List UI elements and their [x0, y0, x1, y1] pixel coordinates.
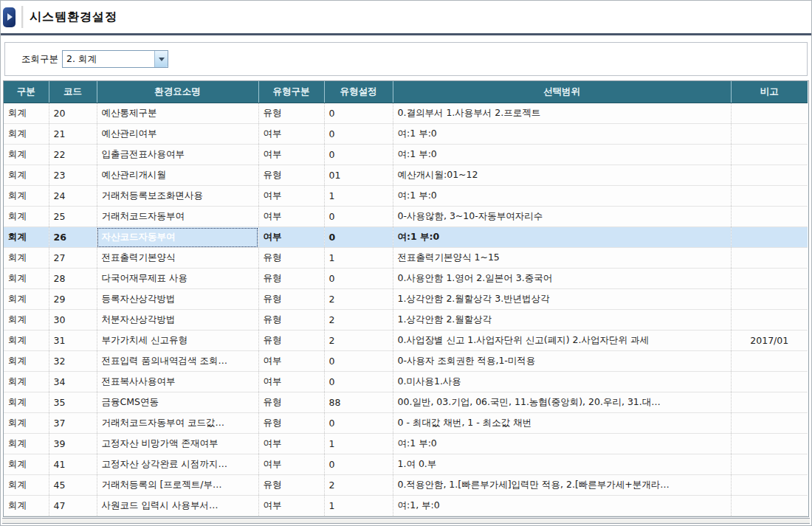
cell-type-setting[interactable]: 0 [324, 351, 393, 372]
cell-select-range[interactable]: 예산개시월:01~12 [393, 165, 731, 186]
table-row[interactable]: 회계29등록자산상각방법유형21.상각안함 2.월할상각 3.반년법상각 [4, 289, 808, 310]
cell-code[interactable]: 24 [49, 186, 97, 207]
cell-type-setting[interactable]: 0 [324, 207, 393, 227]
cell-env-name[interactable]: 예산통제구분 [97, 103, 258, 124]
cell-env-name[interactable]: 입출금전표사용여부 [97, 145, 258, 165]
col-header-type-class[interactable]: 유형구분 [258, 81, 324, 103]
cell-type-setting[interactable]: 01 [324, 165, 393, 186]
cell-type-setting[interactable]: 2 [324, 310, 393, 331]
cell-division[interactable]: 회계 [4, 269, 49, 289]
cell-type-class[interactable]: 여부 [258, 227, 324, 248]
cell-division[interactable]: 회계 [4, 331, 49, 351]
table-row[interactable]: 회계20예산통제구분유형00.결의부서 1.사용부서 2.프로젝트 [4, 103, 808, 124]
cell-code[interactable]: 30 [49, 310, 97, 331]
cell-type-setting[interactable]: 0 [324, 103, 393, 124]
cell-type-class[interactable]: 여부 [258, 124, 324, 145]
cell-note[interactable] [731, 165, 808, 186]
table-row[interactable]: 회계47사원코드 입력시 사용부서…여부1여:1, 부:0 [4, 496, 808, 516]
cell-division[interactable]: 회계 [4, 310, 49, 331]
table-row[interactable]: 회계35금융CMS연동유형8800.일반, 03.기업, 06.국민, 11.농… [4, 392, 808, 413]
table-row[interactable]: 회계34전표복사사용여부여부00.미사용1.사용 [4, 372, 808, 392]
cell-note[interactable] [731, 413, 808, 434]
cell-note[interactable] [731, 392, 808, 413]
cell-code[interactable]: 32 [49, 351, 97, 372]
cell-division[interactable]: 회계 [4, 434, 49, 454]
cell-note[interactable] [731, 103, 808, 124]
cell-type-setting[interactable]: 2 [324, 475, 393, 496]
cell-type-class[interactable]: 유형 [258, 103, 324, 124]
cell-note[interactable] [731, 289, 808, 310]
cell-env-name[interactable]: 전표복사사용여부 [97, 372, 258, 392]
cell-division[interactable]: 회계 [4, 475, 49, 496]
cell-note[interactable] [731, 269, 808, 289]
col-header-type-setting[interactable]: 유형설정 [324, 81, 393, 103]
cell-type-class[interactable]: 유형 [258, 475, 324, 496]
cell-env-name[interactable]: 전표입력 품의내역검색 조회… [97, 351, 258, 372]
cell-type-setting[interactable]: 0 [324, 454, 393, 475]
cell-note[interactable] [731, 310, 808, 331]
cell-select-range[interactable]: 여:1 부:0 [393, 434, 731, 454]
table-row[interactable]: 회계41고정자산 상각완료 시점까지…여부01.여 0.부 [4, 454, 808, 475]
cell-select-range[interactable]: 여:1 부:0 [393, 186, 731, 207]
cell-select-range[interactable]: 00.일반, 03.기업, 06.국민, 11.농협(중앙회), 20.우리, … [393, 392, 731, 413]
cell-division[interactable]: 회계 [4, 413, 49, 434]
col-header-code[interactable]: 코드 [49, 81, 97, 103]
table-row[interactable]: 회계30처분자산상각방법유형21.상각안함 2.월할상각 [4, 310, 808, 331]
cell-type-setting[interactable]: 1 [324, 496, 393, 516]
cell-code[interactable]: 29 [49, 289, 97, 310]
cell-env-name[interactable]: 거래처코드자동부여 [97, 207, 258, 227]
table-row[interactable]: 회계32전표입력 품의내역검색 조회…여부00-사용자 조회권한 적용,1-미적… [4, 351, 808, 372]
cell-code[interactable]: 27 [49, 248, 97, 269]
table-row[interactable]: 회계37거래처코드자동부여 코드값…유형00 - 최대값 채번, 1 - 최소값… [4, 413, 808, 434]
cell-env-name[interactable]: 고정자산 비망가액 존재여부 [97, 434, 258, 454]
col-header-note[interactable]: 비고 [731, 81, 808, 103]
cell-division[interactable]: 회계 [4, 372, 49, 392]
cell-select-range[interactable]: 0-사용않함, 3~10-자동부여자리수 [393, 207, 731, 227]
cell-code[interactable]: 22 [49, 145, 97, 165]
cell-type-setting[interactable]: 1 [324, 248, 393, 269]
cell-select-range[interactable]: 여:1 부:0 [393, 145, 731, 165]
search-type-dropdown[interactable]: 2. 회계 [62, 50, 168, 68]
cell-code[interactable]: 23 [49, 165, 97, 186]
table-row[interactable]: 회계22입출금전표사용여부여부0여:1 부:0 [4, 145, 808, 165]
cell-note[interactable] [731, 475, 808, 496]
cell-select-range[interactable]: 0-사용자 조회권한 적용,1-미적용 [393, 351, 731, 372]
cell-env-name[interactable]: 거래처등록보조화면사용 [97, 186, 258, 207]
cell-note[interactable] [731, 145, 808, 165]
cell-type-setting[interactable]: 0 [324, 372, 393, 392]
cell-code[interactable]: 41 [49, 454, 97, 475]
cell-division[interactable]: 회계 [4, 145, 49, 165]
cell-code[interactable]: 20 [49, 103, 97, 124]
cell-division[interactable]: 회계 [4, 496, 49, 516]
table-row[interactable]: 회계23예산관리개시월유형01예산개시월:01~12 [4, 165, 808, 186]
table-row[interactable]: 회계28다국어재무제표 사용유형00.사용안함 1.영어 2.일본어 3.중국어 [4, 269, 808, 289]
table-row[interactable]: 회계25거래처코드자동부여여부00-사용않함, 3~10-자동부여자리수 [4, 207, 808, 227]
cell-env-name[interactable]: 고정자산 상각완료 시점까지… [97, 454, 258, 475]
table-row[interactable]: 회계24거래처등록보조화면사용여부1여:1 부:0 [4, 186, 808, 207]
table-row[interactable]: 회계21예산관리여부여부0여:1 부:0 [4, 124, 808, 145]
cell-division[interactable]: 회계 [4, 227, 49, 248]
cell-select-range[interactable]: 1.상각안함 2.월할상각 [393, 310, 731, 331]
cell-type-setting[interactable]: 88 [324, 392, 393, 413]
cell-note[interactable] [731, 207, 808, 227]
cell-note[interactable] [731, 434, 808, 454]
cell-type-setting[interactable]: 0 [324, 227, 393, 248]
cell-note[interactable] [731, 454, 808, 475]
cell-code[interactable]: 21 [49, 124, 97, 145]
cell-env-name[interactable]: 거래처등록의 [프로젝트/부… [97, 475, 258, 496]
cell-type-class[interactable]: 여부 [258, 207, 324, 227]
cell-env-name[interactable]: 처분자산상각방법 [97, 310, 258, 331]
cell-note[interactable]: 2017/01 [731, 331, 808, 351]
cell-note[interactable] [731, 496, 808, 516]
cell-type-class[interactable]: 여부 [258, 186, 324, 207]
cell-type-class[interactable]: 유형 [258, 289, 324, 310]
cell-code[interactable]: 31 [49, 331, 97, 351]
cell-type-setting[interactable]: 0 [324, 124, 393, 145]
col-header-env-name[interactable]: 환경요소명 [97, 81, 258, 103]
cell-type-class[interactable]: 유형 [258, 165, 324, 186]
cell-env-name[interactable]: 사원코드 입력시 사용부서… [97, 496, 258, 516]
cell-env-name[interactable]: 다국어재무제표 사용 [97, 269, 258, 289]
cell-note[interactable] [731, 124, 808, 145]
cell-division[interactable]: 회계 [4, 186, 49, 207]
cell-type-class[interactable]: 유형 [258, 269, 324, 289]
